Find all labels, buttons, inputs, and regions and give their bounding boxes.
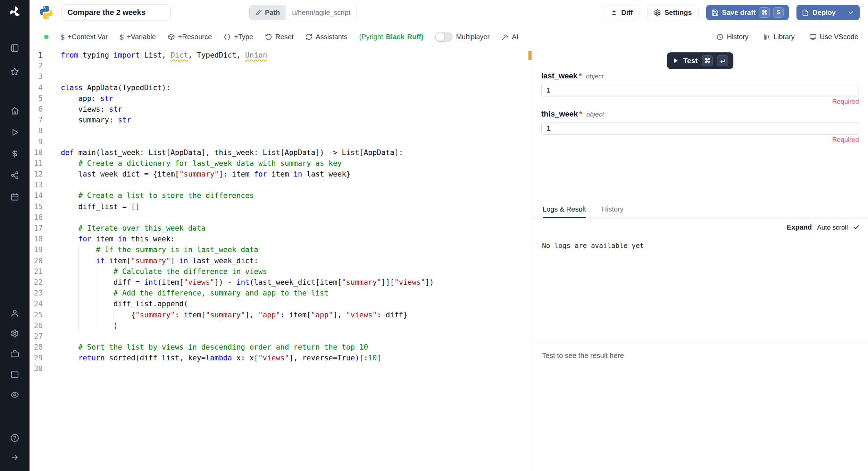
deploy-button[interactable]: Deploy: [796, 5, 860, 20]
briefcase-icon[interactable]: [8, 347, 22, 361]
chevron-down-icon[interactable]: [847, 9, 854, 16]
line-number: 25: [30, 310, 43, 320]
eye-icon[interactable]: [8, 388, 22, 402]
line-content: diff = int(item["views"]) - int(last_wee…: [61, 277, 434, 288]
code-line[interactable]: 7 summary: str: [30, 115, 532, 126]
play-icon[interactable]: [8, 125, 22, 139]
panel-icon[interactable]: [8, 41, 22, 55]
ruff-status[interactable]: Ruff): [407, 33, 424, 41]
line-content: # Iterate over this_week data: [61, 223, 206, 234]
star-icon[interactable]: [8, 65, 22, 78]
line-number: 27: [30, 331, 43, 342]
line-number: 30: [30, 363, 43, 374]
code-line[interactable]: 13: [30, 180, 532, 190]
black-status[interactable]: Black: [386, 33, 404, 41]
path-control[interactable]: Path u/henri/agile_script: [249, 5, 357, 20]
library-icon: [763, 33, 770, 41]
code-line[interactable]: 1from typing import List, Dict, TypedDic…: [30, 50, 532, 61]
help-icon[interactable]: [8, 431, 22, 445]
code-line[interactable]: 21 # Calculate the difference in views: [30, 266, 532, 277]
indent-guide: [96, 299, 96, 309]
json-input-area[interactable]: [556, 84, 858, 96]
code-line[interactable]: 3: [30, 71, 532, 82]
settings-button[interactable]: Settings: [647, 5, 699, 20]
code-line[interactable]: 2: [30, 61, 532, 71]
home-icon[interactable]: [8, 104, 22, 118]
code-line[interactable]: 4class AppData(TypedDict):: [30, 83, 532, 93]
gear-icon[interactable]: [8, 326, 22, 340]
ai-button[interactable]: AI: [501, 33, 518, 41]
line-content: views: str: [61, 104, 122, 115]
line-number: 28: [30, 342, 43, 353]
multiplayer-toggle[interactable]: [435, 32, 453, 42]
dollar-icon[interactable]: [8, 147, 22, 161]
library-button[interactable]: Library: [763, 33, 795, 41]
add-type-button[interactable]: +Type: [224, 33, 253, 41]
code-line[interactable]: 14 # Create a list to store the differen…: [30, 190, 532, 201]
code-line[interactable]: 9: [30, 137, 532, 147]
code-line[interactable]: 23 # Add the difference, summary and app…: [30, 288, 532, 299]
code-editor[interactable]: 1from typing import List, Dict, TypedDic…: [30, 49, 532, 471]
code-line[interactable]: 22 diff = int(item["views"]) - int(last_…: [30, 277, 532, 288]
windmill-logo-icon[interactable]: [7, 4, 23, 19]
sidebar-group-nav: [0, 104, 30, 204]
tab-logs-result[interactable]: Logs & Result: [543, 205, 586, 218]
json-input-area[interactable]: [556, 122, 858, 134]
code-line[interactable]: 12 last_week_dict = {item["summary"]: it…: [30, 169, 532, 180]
code-line[interactable]: 18 for item in this_week:: [30, 234, 532, 245]
code-line[interactable]: 30: [30, 363, 532, 374]
code-line[interactable]: 27: [30, 331, 532, 342]
deploy-label: Deploy: [812, 9, 836, 17]
add-resource-button[interactable]: +Resource: [168, 33, 212, 41]
code-line[interactable]: 19 # If the summary is in last_week data: [30, 245, 532, 255]
assistants-button[interactable]: Assistants: [305, 33, 347, 41]
save-draft-button[interactable]: Save draft ⌘ S: [706, 5, 789, 20]
s-key-badge: S: [773, 7, 784, 18]
pyright-status[interactable]: (Pyright: [359, 33, 383, 41]
line-content: class AppData(TypedDict):: [61, 83, 170, 93]
arg-input-this-week[interactable]: 1: [541, 122, 859, 135]
script-title-input[interactable]: [61, 5, 171, 20]
arg-input-last-week[interactable]: 1: [541, 84, 859, 96]
arrow-right-icon[interactable]: [8, 450, 22, 464]
tab-history[interactable]: History: [602, 205, 624, 218]
arg-last-week: last_week * object 1 Required: [541, 71, 859, 106]
check-icon[interactable]: [853, 224, 860, 231]
autoscroll-label[interactable]: Auto scroll: [817, 224, 848, 231]
code-line[interactable]: 5 app: str: [30, 93, 532, 104]
code-line[interactable]: 10def main(last_week: List[AppData], thi…: [30, 147, 532, 158]
code-line[interactable]: 11 # Create a dictionary for last_week d…: [30, 158, 532, 169]
line-number: 24: [30, 299, 43, 309]
user-icon[interactable]: [8, 306, 22, 320]
code-line[interactable]: 15 diff_list = []: [30, 202, 532, 212]
path-edit-button[interactable]: Path: [250, 5, 286, 20]
use-vscode-button[interactable]: Use VScode: [809, 33, 858, 41]
diff-button[interactable]: Diff: [604, 5, 639, 20]
arg-type: object: [586, 111, 604, 118]
indent-guide: [96, 310, 96, 320]
code-line[interactable]: 24 diff_list.append(: [30, 299, 532, 309]
code-line[interactable]: 25 {"summary": item["summary"], "app": i…: [30, 310, 532, 320]
test-button[interactable]: Test ⌘: [667, 52, 734, 69]
history-button[interactable]: History: [716, 33, 748, 41]
arg-name: this_week: [541, 110, 578, 119]
sidebar-group-admin: [0, 306, 30, 402]
code-line[interactable]: 17 # Iterate over this_week data: [30, 223, 532, 234]
folder-icon[interactable]: [8, 367, 22, 381]
nodes-icon[interactable]: [8, 168, 22, 182]
line-content: return sorted(diff_list, key=lambda x: x…: [61, 353, 381, 363]
code-line[interactable]: 8: [30, 126, 532, 136]
reset-button[interactable]: Reset: [265, 33, 293, 41]
code-line[interactable]: 28 # Sort the list by views in descendin…: [30, 342, 532, 353]
code-line[interactable]: 6 views: str: [30, 104, 532, 115]
calendar-icon[interactable]: [8, 190, 22, 204]
code-line[interactable]: 29 return sorted(diff_list, key=lambda x…: [30, 353, 532, 363]
expand-button[interactable]: Expand: [787, 223, 812, 231]
code-line[interactable]: 26 ): [30, 320, 532, 331]
code-line[interactable]: 20 if item["summary"] in last_week_dict:: [30, 256, 532, 266]
code-line[interactable]: 16: [30, 212, 532, 223]
script-path-value[interactable]: u/henri/agile_script: [286, 5, 357, 20]
add-context-var-button[interactable]: $ +Context Var: [60, 33, 108, 41]
add-variable-button[interactable]: $ +Variable: [120, 33, 156, 41]
assistants-status[interactable]: (Pyright Black Ruff): [359, 33, 424, 41]
